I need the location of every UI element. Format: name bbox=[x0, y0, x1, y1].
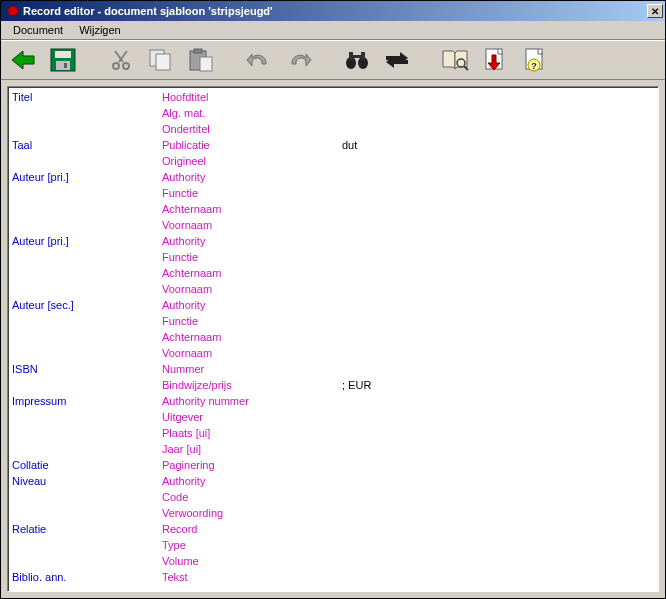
field-row[interactable]: Origineel bbox=[12, 153, 654, 169]
export-doc-button[interactable] bbox=[479, 44, 511, 76]
field-group-label: Collatie bbox=[12, 459, 162, 471]
field-name: Achternaam bbox=[162, 331, 342, 343]
field-row[interactable]: Functie bbox=[12, 249, 654, 265]
field-name: Achternaam bbox=[162, 203, 342, 215]
field-row[interactable]: Verwoording bbox=[12, 505, 654, 521]
undo-button[interactable] bbox=[243, 44, 275, 76]
field-row[interactable]: Code bbox=[12, 489, 654, 505]
field-row[interactable]: Functie bbox=[12, 313, 654, 329]
svg-rect-4 bbox=[64, 63, 67, 68]
field-row[interactable]: Voornaam bbox=[12, 281, 654, 297]
redo-button[interactable] bbox=[283, 44, 315, 76]
field-group-label: Impressum bbox=[12, 395, 162, 407]
field-group-label: Titel bbox=[12, 91, 162, 103]
swap-button[interactable] bbox=[381, 44, 413, 76]
app-icon bbox=[6, 4, 20, 18]
field-group-label: Relatie bbox=[12, 523, 162, 535]
field-value[interactable]: dut bbox=[342, 139, 654, 151]
cut-button[interactable] bbox=[105, 44, 137, 76]
paste-icon bbox=[188, 48, 214, 72]
menubar: Document Wijzigen bbox=[1, 21, 665, 40]
field-row[interactable]: Auteur [pri.]Authority bbox=[12, 169, 654, 185]
paste-button[interactable] bbox=[185, 44, 217, 76]
menu-document[interactable]: Document bbox=[5, 22, 71, 38]
field-value[interactable]: ; EUR bbox=[342, 379, 654, 391]
svg-point-6 bbox=[123, 63, 129, 69]
content-area: TitelHoofdtitelAlg. mat.OndertitelTaalPu… bbox=[1, 80, 665, 598]
field-name: Voornaam bbox=[162, 347, 342, 359]
doc-arrow-icon bbox=[482, 47, 508, 73]
field-name: Bindwijze/prijs bbox=[162, 379, 342, 391]
field-row[interactable]: TitelHoofdtitel bbox=[12, 89, 654, 105]
svg-rect-14 bbox=[349, 52, 353, 60]
field-row[interactable]: ISBNNummer bbox=[12, 361, 654, 377]
svg-rect-15 bbox=[361, 52, 365, 60]
copy-button[interactable] bbox=[145, 44, 177, 76]
toolbar: ? bbox=[1, 40, 665, 80]
field-name: Plaats [ui] bbox=[162, 427, 342, 439]
field-name: Functie bbox=[162, 315, 342, 327]
record-fields[interactable]: TitelHoofdtitelAlg. mat.OndertitelTaalPu… bbox=[7, 86, 659, 592]
field-name: Authority bbox=[162, 299, 342, 311]
svg-rect-2 bbox=[55, 51, 71, 58]
svg-rect-8 bbox=[156, 54, 170, 70]
field-row[interactable]: NiveauAuthority bbox=[12, 473, 654, 489]
field-row[interactable]: Type bbox=[12, 537, 654, 553]
field-row[interactable]: Jaar [ui] bbox=[12, 441, 654, 457]
field-row[interactable]: Bindwijze/prijs; EUR bbox=[12, 377, 654, 393]
field-row[interactable]: Achternaam bbox=[12, 329, 654, 345]
back-button[interactable] bbox=[7, 44, 39, 76]
field-row[interactable]: Functie bbox=[12, 185, 654, 201]
find-button[interactable] bbox=[341, 44, 373, 76]
field-row[interactable]: Alg. mat. bbox=[12, 105, 654, 121]
field-row[interactable]: Voornaam bbox=[12, 345, 654, 361]
field-row[interactable]: Volume bbox=[12, 553, 654, 569]
svg-rect-16 bbox=[353, 55, 361, 58]
field-name: Origineel bbox=[162, 155, 342, 167]
field-name: Verwoording bbox=[162, 507, 342, 519]
undo-icon bbox=[246, 50, 272, 70]
field-row[interactable]: Uitgever bbox=[12, 409, 654, 425]
field-row[interactable]: RelatieRecord bbox=[12, 521, 654, 537]
menu-wijzigen[interactable]: Wijzigen bbox=[71, 22, 129, 38]
field-row[interactable]: CollatiePaginering bbox=[12, 457, 654, 473]
field-row[interactable]: Auteur [pri.]Authority bbox=[12, 233, 654, 249]
field-name: Jaar [ui] bbox=[162, 443, 342, 455]
field-row[interactable]: Achternaam bbox=[12, 265, 654, 281]
field-name: Paginering bbox=[162, 459, 342, 471]
window-title: Record editor - document sjabloon 'strip… bbox=[23, 5, 647, 17]
svg-rect-11 bbox=[200, 57, 212, 71]
field-name: Code bbox=[162, 491, 342, 503]
field-row[interactable]: Achternaam bbox=[12, 201, 654, 217]
field-name: Authority bbox=[162, 171, 342, 183]
field-row[interactable]: Plaats [ui] bbox=[12, 425, 654, 441]
field-row[interactable]: Ondertitel bbox=[12, 121, 654, 137]
svg-point-0 bbox=[8, 6, 18, 16]
field-row[interactable]: TaalPublicatiedut bbox=[12, 137, 654, 153]
field-name: Voornaam bbox=[162, 219, 342, 231]
field-group-label: ISBN bbox=[12, 363, 162, 375]
field-name: Tekst bbox=[162, 571, 342, 583]
field-row[interactable]: Biblio. ann.Tekst bbox=[12, 569, 654, 585]
field-group-label: Niveau bbox=[12, 475, 162, 487]
field-row[interactable]: Auteur [sec.]Authority bbox=[12, 297, 654, 313]
field-name: Uitgever bbox=[162, 411, 342, 423]
field-group-label: Taal bbox=[12, 139, 162, 151]
redo-icon bbox=[286, 50, 312, 70]
field-name: Ondertitel bbox=[162, 123, 342, 135]
field-row[interactable]: ImpressumAuthority nummer bbox=[12, 393, 654, 409]
close-button[interactable]: ✕ bbox=[647, 4, 663, 18]
field-name: Functie bbox=[162, 251, 342, 263]
field-name: Volume bbox=[162, 555, 342, 567]
field-row[interactable]: Voornaam bbox=[12, 217, 654, 233]
field-group-label: Auteur [pri.] bbox=[12, 235, 162, 247]
field-name: Authority nummer bbox=[162, 395, 342, 407]
field-name: Record bbox=[162, 523, 342, 535]
save-button[interactable] bbox=[47, 44, 79, 76]
field-group-label: Auteur [pri.] bbox=[12, 171, 162, 183]
help-button[interactable]: ? bbox=[519, 44, 551, 76]
scissors-icon bbox=[109, 48, 133, 72]
arrow-left-icon bbox=[10, 49, 36, 71]
book-search-button[interactable] bbox=[439, 44, 471, 76]
field-name: Type bbox=[162, 539, 342, 551]
